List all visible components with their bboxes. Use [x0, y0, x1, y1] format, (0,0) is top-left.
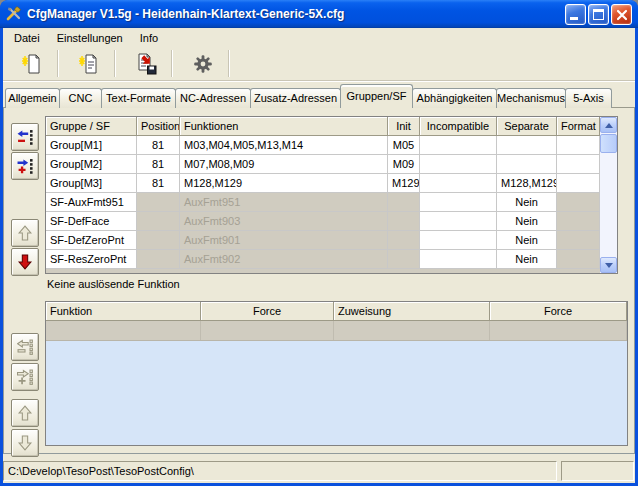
- save-file-button[interactable]: [126, 51, 166, 77]
- cell-init[interactable]: [388, 250, 420, 269]
- move-up-button[interactable]: [11, 219, 39, 247]
- empty-cell[interactable]: [334, 321, 490, 340]
- cell-position[interactable]: 81: [137, 155, 180, 174]
- cell-position[interactable]: [137, 250, 180, 269]
- move-down-assignment-button[interactable]: [11, 429, 39, 457]
- cell-init[interactable]: M09: [388, 155, 420, 174]
- cell-separate[interactable]: [497, 155, 557, 174]
- scrollbar-thumb[interactable]: [600, 134, 617, 153]
- table-row[interactable]: SF-ResZeroPntAuxFmt902Nein: [46, 250, 617, 269]
- cell-separate[interactable]: M128,M129: [497, 174, 557, 193]
- cell-group[interactable]: Group[M3]: [46, 174, 137, 193]
- cell-funktionen[interactable]: M03,M04,M05,M13,M14: [180, 136, 388, 155]
- column-header[interactable]: Funktionen: [180, 117, 388, 136]
- table-row[interactable]: SF-DefFaceAuxFmt903Nein: [46, 212, 617, 231]
- remove-assignment-button[interactable]: [11, 333, 39, 361]
- add-assignment-button[interactable]: [11, 363, 39, 391]
- empty-cell[interactable]: [490, 321, 627, 340]
- column-header[interactable]: Gruppe / SF: [46, 117, 137, 136]
- cell-incompatible[interactable]: [420, 174, 497, 193]
- open-file-button[interactable]: [69, 51, 109, 77]
- new-file-button[interactable]: [12, 51, 52, 77]
- table-row[interactable]: SF-DefZeroPntAuxFmt901Nein: [46, 231, 617, 250]
- cell-funktionen[interactable]: AuxFmt901: [180, 231, 388, 250]
- cell-incompatible[interactable]: [420, 250, 497, 269]
- column-header[interactable]: Force: [201, 302, 334, 321]
- cell-funktionen[interactable]: M128,M129: [180, 174, 388, 193]
- cell-init[interactable]: [388, 212, 420, 231]
- close-button[interactable]: [611, 4, 632, 25]
- tab-mechanismus[interactable]: Mechanismus: [496, 88, 566, 108]
- scroll-up-button[interactable]: [600, 117, 617, 133]
- cell-init[interactable]: M05: [388, 136, 420, 155]
- cell-funktionen[interactable]: M07,M08,M09: [180, 155, 388, 174]
- cell-funktionen[interactable]: AuxFmt951: [180, 193, 388, 212]
- cell-format[interactable]: [557, 212, 600, 231]
- remove-function-button[interactable]: [11, 123, 39, 151]
- function-table-empty-row[interactable]: [46, 321, 627, 341]
- cell-separate[interactable]: Nein: [497, 193, 557, 212]
- table-row[interactable]: Group[M2]81M07,M08,M09M09: [46, 155, 617, 174]
- empty-cell[interactable]: [201, 321, 334, 340]
- cell-position[interactable]: [137, 231, 180, 250]
- cell-position[interactable]: 81: [137, 136, 180, 155]
- cell-position[interactable]: [137, 212, 180, 231]
- maximize-button[interactable]: [588, 4, 609, 25]
- cell-init[interactable]: [388, 193, 420, 212]
- tab-cnc[interactable]: CNC: [59, 88, 102, 108]
- cell-position[interactable]: 81: [137, 174, 180, 193]
- cell-group[interactable]: SF-ResZeroPnt: [46, 250, 137, 269]
- column-header[interactable]: Separate: [497, 117, 557, 136]
- cell-init[interactable]: [388, 231, 420, 250]
- tab-5-axis[interactable]: 5-Axis: [565, 88, 612, 108]
- cell-incompatible[interactable]: [420, 212, 497, 231]
- column-header[interactable]: Format: [557, 117, 600, 136]
- cell-init[interactable]: M129: [388, 174, 420, 193]
- cell-incompatible[interactable]: [420, 136, 497, 155]
- cell-funktionen[interactable]: AuxFmt903: [180, 212, 388, 231]
- cell-format[interactable]: [557, 136, 600, 155]
- cell-group[interactable]: SF-AuxFmt951: [46, 193, 137, 212]
- cell-incompatible[interactable]: [420, 193, 497, 212]
- settings-button[interactable]: [183, 51, 223, 77]
- cell-group[interactable]: SF-DefZeroPnt: [46, 231, 137, 250]
- tab-zusatz-adressen[interactable]: Zusatz-Adressen: [250, 88, 341, 108]
- cell-group[interactable]: Group[M1]: [46, 136, 137, 155]
- vertical-scrollbar[interactable]: [600, 117, 617, 273]
- column-header[interactable]: Incompatible: [420, 117, 497, 136]
- column-header[interactable]: Position: [137, 117, 180, 136]
- move-up-assignment-button[interactable]: [11, 399, 39, 427]
- menu-info[interactable]: Info: [134, 30, 164, 46]
- cell-separate[interactable]: Nein: [497, 231, 557, 250]
- tab-allgemein[interactable]: Allgemein: [5, 88, 60, 108]
- cell-format[interactable]: [557, 231, 600, 250]
- scroll-down-button[interactable]: [600, 257, 617, 273]
- column-header[interactable]: Init: [388, 117, 420, 136]
- cell-incompatible[interactable]: [420, 155, 497, 174]
- column-header[interactable]: Zuweisung: [334, 302, 490, 321]
- add-function-button[interactable]: [11, 152, 39, 180]
- cell-funktionen[interactable]: AuxFmt902: [180, 250, 388, 269]
- cell-separate[interactable]: [497, 136, 557, 155]
- cell-format[interactable]: [557, 250, 600, 269]
- group-table[interactable]: Gruppe / SFPositionFunktionenInitIncompa…: [45, 116, 618, 274]
- cell-separate[interactable]: Nein: [497, 250, 557, 269]
- move-down-button[interactable]: [11, 248, 39, 276]
- table-row[interactable]: SF-AuxFmt951AuxFmt951Nein: [46, 193, 617, 212]
- cell-separate[interactable]: Nein: [497, 212, 557, 231]
- cell-format[interactable]: [557, 174, 600, 193]
- tab-abh-ngigkeiten[interactable]: Abhängigkeiten: [412, 88, 497, 108]
- function-table[interactable]: FunktionForceZuweisungForce: [45, 301, 628, 446]
- cell-group[interactable]: SF-DefFace: [46, 212, 137, 231]
- column-header[interactable]: Funktion: [46, 302, 201, 321]
- cell-position[interactable]: [137, 193, 180, 212]
- menu-einstellungen[interactable]: Einstellungen: [51, 30, 129, 46]
- tab-text-formate[interactable]: Text-Formate: [101, 88, 176, 108]
- cell-incompatible[interactable]: [420, 231, 497, 250]
- title-bar[interactable]: CfgManager V1.5g - Heidenhain-Klartext-G…: [0, 0, 638, 28]
- minimize-button[interactable]: [565, 4, 586, 25]
- table-row[interactable]: Group[M3]81M128,M129M129M128,M129: [46, 174, 617, 193]
- cell-group[interactable]: Group[M2]: [46, 155, 137, 174]
- table-row[interactable]: Group[M1]81M03,M04,M05,M13,M14M05: [46, 136, 617, 155]
- tab-gruppen-sf[interactable]: Gruppen/SF: [340, 84, 413, 108]
